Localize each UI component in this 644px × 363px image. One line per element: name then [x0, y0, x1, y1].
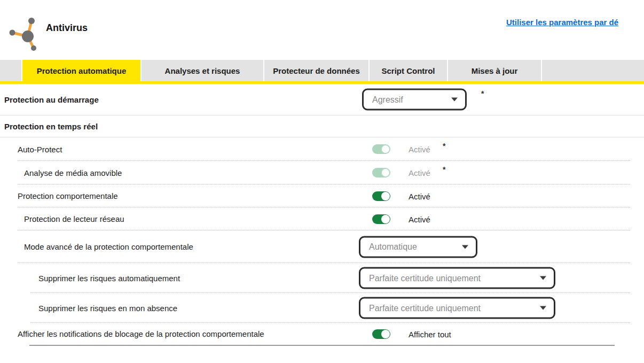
behavioral-advanced-mode-value: Automatique	[369, 242, 417, 252]
removable-media-scan-state: Activé	[409, 168, 430, 177]
row-show-behavioral-block-notifications: Afficher les notifications de blocage de…	[0, 323, 644, 345]
startup-protection-label: Protection au démarrage	[0, 95, 99, 104]
behavioral-advanced-mode-label: Mode avancé de la protection comportemen…	[0, 242, 193, 251]
remove-risks-automatically-value: Parfaite certitude uniquement	[369, 273, 481, 283]
show-behavioral-block-notifications-state: Afficher tout	[409, 329, 451, 338]
removable-media-scan-label: Analyse de média amovible	[0, 168, 122, 177]
section-realtime-protection: Protection en temps réel	[0, 115, 644, 137]
tab-protection-automatique[interactable]: Protection automatique	[22, 60, 140, 81]
row-removable-media-scan: Analyse de média amovible Activé *	[0, 161, 644, 184]
startup-protection-dropdown[interactable]: Agressif	[362, 89, 467, 111]
modified-marker: *	[443, 165, 445, 174]
behavioral-advanced-mode-dropdown[interactable]: Automatique	[359, 236, 477, 258]
remove-risks-automatically-dropdown[interactable]: Parfaite certitude uniquement	[359, 267, 555, 289]
antivirus-molecule-icon	[1, 12, 43, 55]
row-remove-risks-when-away: Supprimer les risques en mon absence Par…	[0, 293, 644, 323]
toggle-knob	[381, 168, 390, 177]
auto-protect-label: Auto-Protect	[0, 145, 62, 154]
toggle-knob	[381, 330, 390, 338]
row-behavioral-protection: Protection comportementale Activé	[0, 184, 644, 207]
behavioral-protection-toggle[interactable]	[372, 191, 390, 201]
row-network-drive-protection: Protection de lecteur réseau Activé	[0, 207, 644, 230]
chevron-down-icon	[451, 98, 458, 102]
tab-bar-filler-left	[0, 60, 21, 81]
chevron-down-icon	[540, 306, 546, 310]
settings-panel: Protection au démarrage Agressif * Prote…	[0, 84, 644, 346]
toggle-knob	[381, 192, 390, 200]
row-auto-protect: Auto-Protect Activé *	[0, 137, 644, 161]
page-title: Antivirus	[46, 22, 88, 34]
chevron-down-icon	[462, 245, 468, 249]
header: Antivirus Utiliser les paramètres par dé	[0, 0, 644, 60]
network-drive-protection-state: Activé	[409, 214, 430, 223]
tab-protecteur-de-donnees[interactable]: Protecteur de données	[264, 60, 368, 81]
realtime-section-label: Protection en temps réel	[0, 122, 98, 131]
network-drive-protection-toggle[interactable]	[372, 214, 390, 224]
toggle-knob	[381, 215, 390, 223]
section-bottom-divider	[29, 345, 615, 346]
behavioral-protection-state: Activé	[409, 191, 430, 200]
modified-marker: *	[481, 89, 484, 98]
show-behavioral-block-notifications-label: Afficher les notifications de blocage de…	[0, 329, 264, 338]
startup-protection-value: Agressif	[372, 95, 403, 104]
row-behavioral-advanced-mode: Mode avancé de la protection comportemen…	[0, 230, 644, 263]
tab-mises-a-jour[interactable]: Mises à jour	[448, 60, 541, 81]
tab-bar-filler-right	[542, 60, 644, 81]
remove-risks-when-away-dropdown[interactable]: Parfaite certitude uniquement	[359, 297, 555, 319]
row-remove-risks-automatically: Supprimer les risques automatiquement Pa…	[0, 263, 644, 293]
network-drive-protection-label: Protection de lecteur réseau	[0, 214, 124, 223]
tab-analyses-et-risques[interactable]: Analyses et risques	[142, 60, 263, 81]
remove-risks-automatically-label: Supprimer les risques automatiquement	[0, 274, 180, 283]
show-behavioral-block-notifications-toggle[interactable]	[372, 329, 390, 339]
modified-marker: *	[443, 142, 445, 150]
remove-risks-when-away-label: Supprimer les risques en mon absence	[0, 304, 177, 313]
tab-script-control[interactable]: Script Control	[370, 60, 447, 81]
toggle-knob	[381, 145, 390, 153]
removable-media-scan-toggle[interactable]	[372, 168, 390, 177]
antivirus-settings-window: Antivirus Utiliser les paramètres par dé…	[0, 0, 644, 346]
auto-protect-state: Activé	[409, 145, 430, 154]
auto-protect-toggle[interactable]	[372, 144, 390, 154]
settings-tab-bar: Protection automatique Analyses et risqu…	[0, 60, 644, 81]
remove-risks-when-away-value: Parfaite certitude uniquement	[369, 303, 481, 313]
row-startup-protection: Protection au démarrage Agressif *	[0, 84, 644, 115]
chevron-down-icon	[540, 276, 546, 280]
behavioral-protection-label: Protection comportementale	[0, 191, 118, 200]
use-default-settings-link[interactable]: Utiliser les paramètres par dé	[506, 18, 644, 27]
